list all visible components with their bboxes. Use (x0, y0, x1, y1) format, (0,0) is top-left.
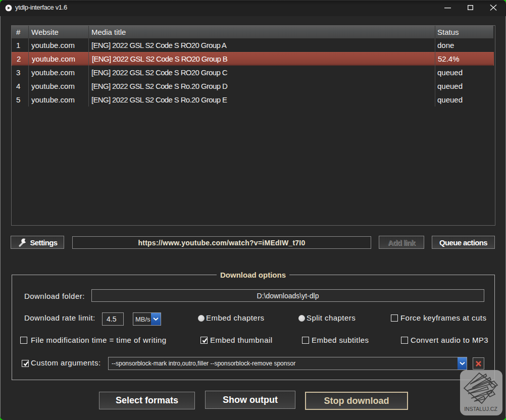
svg-text:INSTALUJ.CZ: INSTALUJ.CZ (464, 406, 497, 412)
